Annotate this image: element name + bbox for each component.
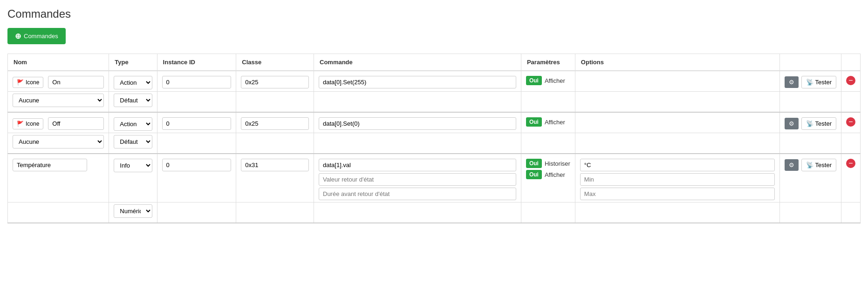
commande-sub-row1 [314, 92, 521, 113]
add-commandes-button[interactable]: ⊕ Commandes [7, 28, 66, 44]
instance-sub-row3 [157, 202, 236, 223]
nom-input-row2[interactable] [48, 117, 104, 130]
type-cell-row2: Action Info [109, 112, 157, 133]
nom-input-row3[interactable] [13, 159, 87, 171]
type-cell-row3: Action Info [109, 154, 157, 202]
params-cell-row3: Oui Historiser Oui Afficher [521, 154, 575, 202]
col-header-options: Options [575, 54, 779, 71]
tester-label-row1: Tester [815, 79, 832, 86]
valeur-retour-input-row3[interactable] [319, 173, 516, 186]
table-row-sub1: Aucune Défaut [8, 92, 861, 113]
commande-input-row1[interactable] [319, 76, 516, 88]
flag-icon-row2: 🚩 [17, 121, 24, 127]
badge-oui-2-row3: Oui [526, 170, 542, 179]
tester-label-row3: Tester [815, 162, 832, 169]
options-sub-row1 [575, 92, 779, 113]
nom-cell-row3 [8, 154, 109, 202]
remove-cell-row1: − [841, 71, 861, 92]
table-row: 🚩 Icone Action Info [8, 112, 861, 133]
actions-cell-row1: ⚙ 📡 Tester [779, 71, 841, 92]
col-header-nom: Nom [8, 54, 109, 71]
options-cell-row1 [575, 71, 779, 92]
type-dropdown-row1[interactable]: Défaut [114, 94, 152, 107]
tester-button-row2[interactable]: 📡 Tester [801, 117, 836, 130]
instance-input-row3[interactable] [162, 159, 232, 171]
commande-cell-row2 [314, 112, 521, 133]
tester-button-row1[interactable]: 📡 Tester [801, 76, 836, 88]
remove-cell-row3: − [841, 154, 861, 202]
remove-sub-row1 [841, 92, 861, 113]
type-cell-row1: Action Info [109, 71, 157, 92]
col-header-commande: Commande [314, 54, 521, 71]
add-button-label: Commandes [24, 33, 58, 40]
badge-oui-1-row3: Oui [526, 159, 542, 168]
remove-button-row1[interactable]: − [846, 76, 855, 85]
instance-input-row1[interactable] [162, 76, 232, 88]
classe-cell-row1 [236, 71, 314, 92]
col-header-instance: Instance ID [157, 54, 236, 71]
plus-icon: ⊕ [15, 32, 21, 40]
actions-sub-row3 [779, 202, 841, 223]
type-sub-row3: Numérique [109, 202, 157, 223]
params-cell-row2: Oui Afficher [521, 112, 575, 133]
commandes-table: Nom Type Instance ID Classe Commande Par… [7, 54, 861, 223]
options-cell-row3 [575, 154, 779, 202]
badge-oui-row2: Oui [526, 117, 542, 127]
instance-cell-row1 [157, 71, 236, 92]
options-unit-input-row3[interactable] [580, 159, 775, 171]
commande-cell-row1 [314, 71, 521, 92]
remove-button-row3[interactable]: − [846, 159, 855, 168]
classe-input-row1[interactable] [241, 76, 309, 88]
options-sub-row3 [575, 202, 779, 223]
nom-dropdown-row1[interactable]: Aucune [13, 94, 104, 107]
actions-cell-row3: ⚙ 📡 Tester [779, 154, 841, 202]
remove-cell-row2: − [841, 112, 861, 133]
classe-sub-row1 [236, 92, 314, 113]
options-min-input-row3[interactable] [580, 173, 775, 186]
gear-button-row1[interactable]: ⚙ [785, 76, 799, 88]
classe-input-row2[interactable] [241, 117, 309, 130]
gear-button-row3[interactable]: ⚙ [785, 159, 799, 171]
nom-sub-row2: Aucune [8, 133, 109, 154]
type-dropdown-row2[interactable]: Défaut [114, 135, 152, 148]
classe-sub-row2 [236, 133, 314, 154]
options-max-input-row3[interactable] [580, 188, 775, 200]
options-sub-row2 [575, 133, 779, 154]
flag-button-row2[interactable]: 🚩 Icone [13, 118, 43, 129]
nom-input-row1[interactable] [48, 76, 104, 88]
actions-sub-row2 [779, 133, 841, 154]
classe-cell-row2 [236, 112, 314, 133]
tester-icon-row2: 📡 [806, 120, 813, 127]
type-select-row1[interactable]: Action Info [114, 76, 152, 89]
table-row: 🚩 Icone Action Info [8, 71, 861, 92]
badge-afficher-row3: Afficher [545, 171, 565, 178]
type-select-row2[interactable]: Action Info [114, 117, 152, 131]
commande-input-row2[interactable] [319, 117, 516, 130]
page-title: Commandes [7, 7, 861, 20]
gear-button-row2[interactable]: ⚙ [785, 118, 799, 129]
flag-button-row1[interactable]: 🚩 Icone [13, 77, 43, 88]
badge-oui-row1: Oui [526, 76, 542, 85]
col-header-type: Type [109, 54, 157, 71]
nom-sub-row3 [8, 202, 109, 223]
instance-input-row2[interactable] [162, 117, 232, 130]
remove-sub-row3 [841, 202, 861, 223]
instance-cell-row3 [157, 154, 236, 202]
tester-button-row3[interactable]: 📡 Tester [801, 159, 836, 171]
params-sub-row3 [521, 202, 575, 223]
tester-icon-row3: 📡 [806, 162, 813, 169]
commande-input-row3[interactable] [319, 159, 516, 171]
nom-dropdown-row2[interactable]: Aucune [13, 135, 104, 148]
type-select-row3[interactable]: Action Info [114, 159, 152, 172]
commande-cell-row3 [314, 154, 521, 202]
params-sub-row1 [521, 92, 575, 113]
remove-button-row2[interactable]: − [846, 117, 855, 127]
table-row-sub3: Numérique [8, 202, 861, 223]
tester-label-row2: Tester [815, 120, 832, 127]
type-dropdown-row3[interactable]: Numérique [114, 204, 152, 218]
nom-cell-row2: 🚩 Icone [8, 112, 109, 133]
classe-input-row3[interactable] [241, 159, 309, 171]
duree-retour-input-row3[interactable] [319, 188, 516, 200]
table-row-sub2: Aucune Défaut [8, 133, 861, 154]
instance-sub-row2 [157, 133, 236, 154]
